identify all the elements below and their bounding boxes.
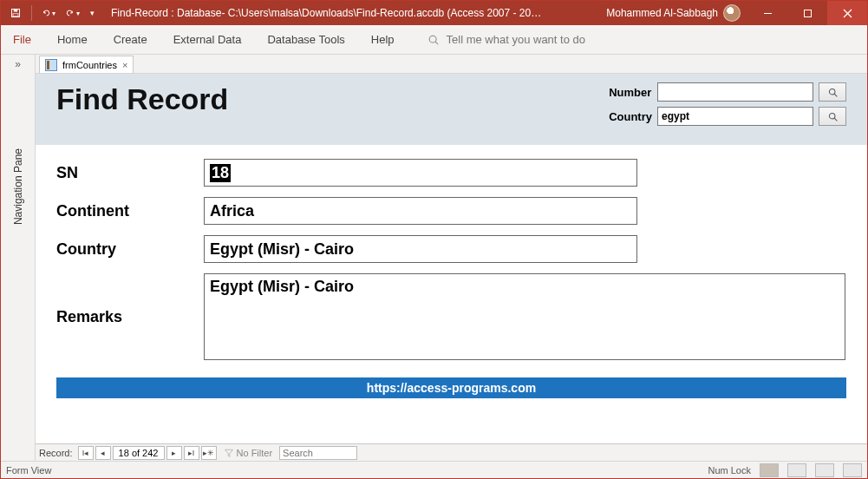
- tab-external-data[interactable]: External Data: [173, 33, 242, 46]
- minimize-icon: [763, 9, 773, 18]
- country-search-button[interactable]: [819, 107, 846, 126]
- navigation-pane-label: Navigation Pane: [12, 148, 24, 225]
- first-record-button[interactable]: I◂: [78, 446, 94, 460]
- window-controls: [747, 1, 867, 25]
- save-icon: [10, 8, 21, 18]
- status-left: Form View: [6, 465, 51, 476]
- record-label: Record:: [39, 448, 73, 458]
- remarks-field[interactable]: Egypt (Misr) - Cairo: [204, 273, 845, 360]
- number-label: Number: [609, 86, 652, 99]
- design-view-button[interactable]: [843, 463, 862, 477]
- undo-button[interactable]: ▾: [36, 3, 59, 23]
- navigation-pane[interactable]: » Navigation Pane: [1, 55, 36, 461]
- remarks-label: Remarks: [56, 308, 204, 326]
- country-field-label: Country: [56, 240, 204, 259]
- user-account[interactable]: Mohammed Al-Sabbagh: [606, 4, 741, 22]
- filter-icon: [224, 448, 234, 458]
- form-title: Find Record: [56, 82, 228, 116]
- qat-customize-button[interactable]: ▾: [85, 3, 99, 23]
- avatar: [723, 4, 741, 22]
- country-input[interactable]: [657, 107, 813, 126]
- save-button[interactable]: [4, 3, 27, 23]
- country-field[interactable]: Egypt (Misr) - Cairo: [204, 235, 637, 263]
- tab-close-icon[interactable]: ×: [122, 60, 127, 70]
- record-navigator: Record: I◂ ◂ 18 of 242 ▸ ▸I ▸✳ No Filter: [36, 443, 867, 461]
- svg-rect-2: [13, 14, 18, 16]
- window-title: Find-Record : Database- C:\Users\malsa\D…: [111, 7, 541, 19]
- status-bar: Form View Num Lock: [1, 461, 867, 478]
- no-filter-label: No Filter: [237, 448, 273, 458]
- filter-status[interactable]: No Filter: [224, 448, 273, 458]
- tab-file[interactable]: File: [13, 33, 31, 46]
- magnifier-icon: [827, 87, 839, 98]
- object-tabs: frmCountries ×: [36, 55, 867, 74]
- tab-database-tools[interactable]: Database Tools: [267, 33, 344, 46]
- tab-help[interactable]: Help: [371, 33, 395, 46]
- quick-access-toolbar: ▾ ▾ ▾: [1, 3, 102, 23]
- close-button[interactable]: [827, 1, 867, 25]
- svg-line-8: [435, 42, 438, 44]
- form-detail: SN 18 Continent Africa Country Egypt (Mi…: [36, 145, 867, 405]
- magnifier-icon: [827, 111, 839, 122]
- number-search-button[interactable]: [819, 82, 846, 102]
- dropdown-caret-icon: ▾: [90, 9, 95, 17]
- undo-icon: [41, 8, 51, 18]
- redo-icon: [65, 8, 75, 18]
- maximize-icon: [803, 9, 813, 18]
- minimize-button[interactable]: [747, 1, 787, 25]
- tab-label: frmCountries: [62, 60, 117, 70]
- svg-point-9: [829, 89, 835, 95]
- tell-me-search[interactable]: Tell me what you want to do: [427, 33, 585, 46]
- ribbon-tabs: File Home Create External Data Database …: [1, 25, 867, 55]
- close-icon: [843, 9, 852, 18]
- record-position[interactable]: 18 of 242: [113, 446, 165, 460]
- datasheet-view-button[interactable]: [787, 463, 806, 477]
- maximize-button[interactable]: [787, 1, 827, 25]
- row-country: Country Egypt (Misr) - Cairo: [56, 235, 846, 263]
- tab-frmcountries[interactable]: frmCountries ×: [39, 56, 134, 73]
- search-panel: Number Country: [609, 82, 846, 126]
- svg-line-10: [834, 94, 837, 96]
- prev-record-button[interactable]: ◂: [95, 446, 111, 460]
- dropdown-caret-icon: ▾: [76, 10, 80, 17]
- row-sn: SN 18: [56, 159, 846, 187]
- continent-label: Continent: [56, 202, 204, 220]
- footer-link[interactable]: https://access-programs.com: [56, 377, 846, 398]
- expand-icon[interactable]: »: [15, 58, 21, 70]
- row-remarks: Remarks Egypt (Misr) - Cairo: [56, 273, 846, 360]
- tab-create[interactable]: Create: [114, 33, 147, 46]
- continent-field[interactable]: Africa: [204, 197, 637, 225]
- tell-me-placeholder: Tell me what you want to do: [447, 33, 585, 46]
- svg-line-12: [834, 118, 837, 121]
- new-record-button[interactable]: ▸✳: [201, 446, 217, 460]
- form-view-button[interactable]: [760, 463, 779, 477]
- tab-home[interactable]: Home: [57, 33, 88, 46]
- user-name: Mohammed Al-Sabbagh: [606, 7, 718, 19]
- dropdown-caret-icon: ▾: [52, 10, 55, 17]
- sn-field[interactable]: 18: [204, 159, 637, 187]
- svg-point-7: [429, 36, 436, 43]
- country-label: Country: [609, 110, 652, 123]
- svg-rect-4: [804, 10, 811, 16]
- form-icon: [45, 59, 57, 71]
- num-lock-indicator: Num Lock: [708, 465, 751, 476]
- title-bar: ▾ ▾ ▾ Find-Record : Database- C:\Users\m…: [1, 1, 867, 25]
- next-record-button[interactable]: ▸: [166, 446, 182, 460]
- form-body: Find Record Number Country SN 18 Contine…: [36, 74, 867, 443]
- sn-label: SN: [56, 164, 204, 182]
- svg-rect-1: [14, 10, 18, 12]
- record-search-input[interactable]: [279, 446, 357, 460]
- number-input[interactable]: [657, 82, 813, 102]
- svg-point-11: [829, 113, 835, 119]
- row-continent: Continent Africa: [56, 197, 846, 225]
- redo-button[interactable]: ▾: [61, 3, 83, 23]
- form-header: Find Record Number Country: [36, 74, 867, 145]
- layout-view-button[interactable]: [815, 463, 834, 477]
- search-icon: [427, 34, 440, 46]
- last-record-button[interactable]: ▸I: [184, 446, 199, 460]
- separator: [31, 5, 32, 21]
